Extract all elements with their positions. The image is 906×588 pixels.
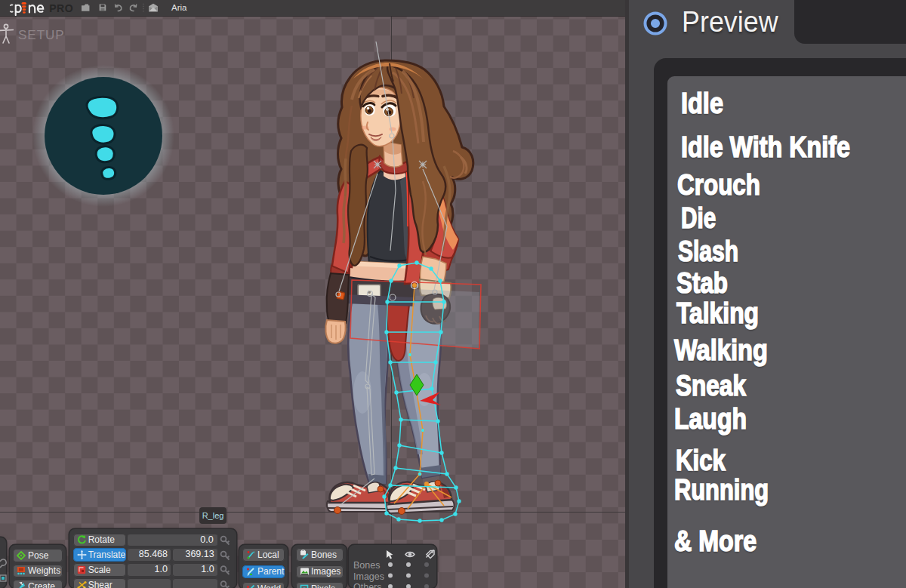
svg-text:PRO: PRO xyxy=(49,2,73,14)
